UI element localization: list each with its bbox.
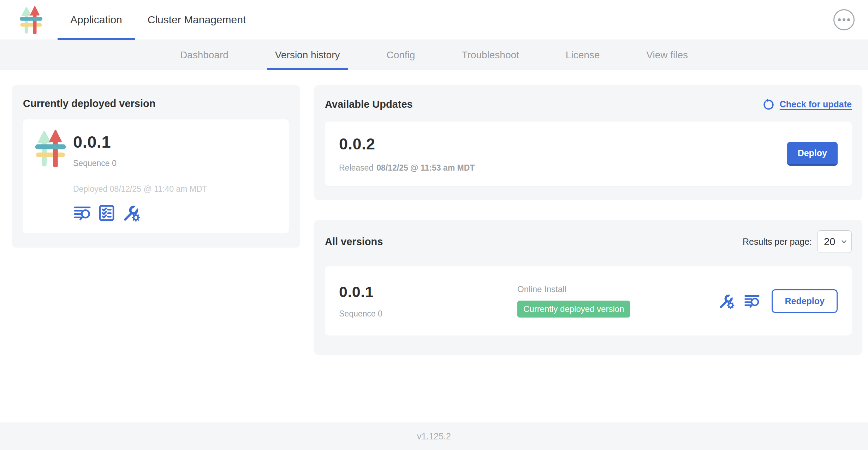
deployed-version-tile: 0.0.1 Sequence 0 Deployed 08/12/25 @ 11:…	[23, 119, 289, 233]
results-per-page-select[interactable]: 20	[817, 230, 852, 253]
row-sequence: Sequence 0	[339, 309, 517, 319]
redeploy-button[interactable]: Redeploy	[772, 289, 838, 313]
results-per-page: Results per page: 20	[743, 230, 852, 253]
deploy-button[interactable]: Deploy	[787, 142, 838, 166]
release-notes-button[interactable]	[73, 204, 91, 222]
deployed-version-actions	[73, 204, 207, 222]
currently-deployed-card: Currently deployed version 0.0.1 Sequenc…	[12, 85, 300, 248]
console-footer: v1.125.2	[0, 422, 868, 450]
refresh-icon	[762, 98, 775, 111]
release-notes-icon	[744, 293, 760, 309]
release-notes-button[interactable]	[744, 293, 760, 309]
preflight-checks-button[interactable]	[97, 204, 116, 222]
top-nav-tabs: Application Cluster Management	[58, 0, 258, 40]
update-released-line: Released08/12/25 @ 11:53 am MDT	[339, 163, 475, 173]
released-prefix: Released	[339, 163, 373, 172]
top-nav: Application Cluster Management	[0, 0, 868, 40]
release-notes-icon	[73, 204, 91, 222]
deployed-sequence: Sequence 0	[73, 159, 207, 168]
currently-deployed-title: Currently deployed version	[23, 98, 289, 109]
view-config-button[interactable]	[718, 293, 735, 309]
main-content: Currently deployed version 0.0.1 Sequenc…	[0, 70, 868, 422]
app-logo-icon	[34, 129, 67, 167]
app-logo	[34, 129, 67, 222]
tab-application[interactable]: Application	[58, 0, 135, 40]
tab-config[interactable]: Config	[379, 40, 423, 70]
row-version-number: 0.0.1	[339, 283, 517, 301]
ellipsis-menu-icon	[838, 18, 841, 21]
overflow-menu-button[interactable]	[833, 9, 855, 30]
version-row: 0.0.1 Sequence 0 Online Install Currentl…	[325, 266, 852, 336]
tab-cluster-management[interactable]: Cluster Management	[135, 0, 258, 40]
view-config-button[interactable]	[122, 204, 140, 222]
update-version-number: 0.0.2	[339, 135, 475, 153]
available-update-row: 0.0.2 Released08/12/25 @ 11:53 am MDT De…	[325, 122, 852, 186]
tab-dashboard[interactable]: Dashboard	[172, 40, 236, 70]
all-versions-card: All versions Results per page: 20 0.0.1 …	[314, 220, 862, 355]
app-sub-nav: Dashboard Version history Config Trouble…	[0, 40, 868, 70]
currently-deployed-badge: Currently deployed version	[517, 301, 630, 318]
available-updates-card: Available Updates Check for update 0.0.2…	[314, 85, 862, 200]
tab-license[interactable]: License	[558, 40, 608, 70]
app-logo	[19, 0, 43, 40]
results-per-page-label: Results per page:	[743, 237, 812, 247]
wrench-gear-icon	[718, 293, 735, 309]
check-for-update-label: Check for update	[780, 99, 852, 109]
tab-view-files[interactable]: View files	[638, 40, 696, 70]
row-actions: Redeploy	[718, 289, 838, 313]
deployed-timestamp: Deployed 08/12/25 @ 11:40 am MDT	[73, 184, 207, 194]
check-for-update-link[interactable]: Check for update	[762, 98, 852, 111]
released-date: 08/12/25 @ 11:53 am MDT	[376, 163, 475, 172]
app-logo-icon	[19, 5, 43, 34]
tab-troubleshoot[interactable]: Troubleshoot	[454, 40, 527, 70]
right-column: Available Updates Check for update 0.0.2…	[314, 85, 862, 355]
available-updates-title: Available Updates	[325, 99, 413, 110]
all-versions-title: All versions	[325, 236, 383, 248]
deployed-version-number: 0.0.1	[73, 132, 207, 152]
install-type-label: Online Install	[517, 284, 718, 294]
preflight-checklist-icon	[97, 204, 116, 222]
wrench-gear-icon	[122, 204, 140, 222]
tab-version-history[interactable]: Version history	[267, 40, 348, 70]
console-version: v1.125.2	[417, 431, 451, 442]
